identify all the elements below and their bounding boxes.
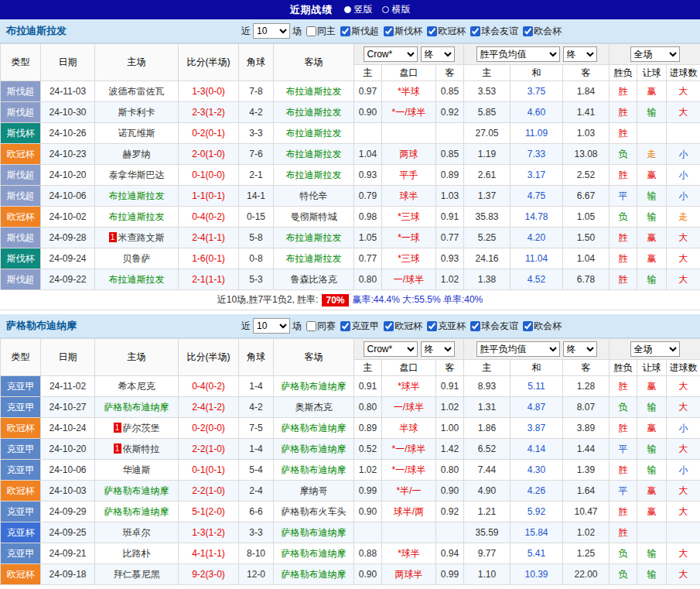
checkbox-input[interactable] [306, 26, 316, 36]
league-filter-checkbox[interactable]: 欧冠杯 [384, 320, 422, 333]
away-team[interactable]: 萨格勒布迪纳摩 [274, 564, 354, 585]
league-filter-checkbox[interactable]: 斯伐超 [340, 25, 379, 38]
team-link[interactable]: 波德布雷佐瓦 [109, 86, 165, 97]
team-link[interactable]: 萨格勒布迪纳摩 [282, 569, 347, 580]
team-name[interactable]: 布拉迪斯拉发 [0, 24, 241, 38]
league-filter-checkbox[interactable]: 同赛 [306, 320, 336, 333]
odds-time-select[interactable]: 终 [421, 341, 455, 357]
home-team[interactable]: 萨格勒布迪纳摩 [95, 502, 179, 522]
home-team[interactable]: 波德布雷佐瓦 [95, 81, 179, 102]
league-filter-checkbox[interactable]: 球会友谊 [470, 25, 518, 38]
away-team[interactable]: 特伦辛 [274, 186, 354, 207]
checkbox-input[interactable] [384, 26, 394, 36]
checkbox-input[interactable] [523, 26, 533, 36]
away-team[interactable]: 萨格勒布火车头 [274, 502, 354, 522]
bookmaker-select[interactable]: Crow* [364, 341, 418, 357]
away-team[interactable]: 布拉迪斯拉发 [274, 248, 354, 269]
team-link[interactable]: 布拉迪斯拉发 [286, 107, 342, 118]
radio-icon[interactable] [344, 6, 351, 13]
score-link[interactable]: 5-1(2-0) [179, 502, 239, 522]
home-team[interactable]: 1米查路文斯 [95, 228, 179, 248]
bookmaker-select[interactable]: Crow* [364, 46, 418, 62]
team-link[interactable]: 贝鲁萨 [123, 253, 151, 264]
team-link[interactable]: 希本尼克 [118, 381, 155, 392]
team-link[interactable]: 布拉迪斯拉发 [109, 211, 165, 222]
away-team[interactable]: 布拉迪斯拉发 [274, 165, 354, 186]
team-link[interactable]: 萨格勒布迪纳摩 [104, 402, 169, 413]
away-team[interactable]: 萨格勒布迪纳摩 [274, 522, 354, 543]
team-link[interactable]: 布拉迪斯拉发 [109, 190, 165, 201]
team-link[interactable]: 比路朴 [123, 548, 151, 559]
score-link[interactable]: 0-2(0-0) [179, 418, 239, 439]
away-team[interactable]: 萨格勒布迪纳摩 [274, 460, 354, 481]
home-team[interactable]: 华迪斯 [95, 460, 179, 481]
wdl-average-select[interactable]: 胜平负均值 [476, 46, 560, 62]
team-link[interactable]: 萨格勒布迪纳摩 [282, 464, 347, 475]
wdl-average-select[interactable]: 胜平负均值 [476, 341, 560, 357]
checkbox-input[interactable] [427, 321, 437, 331]
scope-select[interactable]: 全场 [630, 46, 680, 62]
score-link[interactable]: 0-1(0-1) [179, 460, 239, 481]
team-link[interactable]: 依斯特拉 [123, 443, 160, 454]
home-team[interactable]: 1依斯特拉 [95, 439, 179, 460]
home-team[interactable]: 1萨尔茨堡 [95, 418, 179, 439]
away-team[interactable]: 曼彻斯特城 [274, 207, 354, 228]
home-team[interactable]: 斯卡利卡 [95, 102, 179, 123]
league-filter-checkbox[interactable]: 克亚甲 [340, 320, 379, 333]
team-link[interactable]: 布拉迪斯拉发 [109, 274, 165, 285]
score-link[interactable]: 0-4(0-2) [179, 376, 239, 397]
team-link[interactable]: 萨格勒布迪纳摩 [282, 381, 347, 392]
match-count-select[interactable]: 10 [253, 23, 290, 39]
team-link[interactable]: 班卓尔 [123, 527, 151, 538]
away-team[interactable]: 布拉迪斯拉发 [274, 228, 354, 248]
checkbox-input[interactable] [427, 26, 437, 36]
checkbox-input[interactable] [523, 321, 533, 331]
away-team[interactable]: 布拉迪斯拉发 [274, 81, 354, 102]
home-team[interactable]: 泰拿华斯巴达 [95, 165, 179, 186]
checkbox-input[interactable] [306, 321, 316, 331]
score-link[interactable]: 2-3(1-2) [179, 102, 239, 123]
home-team[interactable]: 希本尼克 [95, 376, 179, 397]
view-mode-radio[interactable]: 横版 [382, 3, 411, 16]
team-link[interactable]: 诺瓦维斯 [118, 128, 155, 139]
league-filter-checkbox[interactable]: 欧冠杯 [427, 25, 466, 38]
home-team[interactable]: 班卓尔 [95, 522, 179, 543]
score-link[interactable]: 2-4(1-1) [179, 228, 239, 248]
score-link[interactable]: 0-1(0-0) [179, 165, 239, 186]
home-team[interactable]: 赫罗纳 [95, 144, 179, 165]
team-link[interactable]: 布拉迪斯拉发 [286, 253, 342, 264]
team-link[interactable]: 布拉迪斯拉发 [286, 86, 342, 97]
home-team[interactable]: 萨格勒布迪纳摩 [95, 481, 179, 502]
team-link[interactable]: 斯卡利卡 [118, 107, 155, 118]
home-team[interactable]: 布拉迪斯拉发 [95, 207, 179, 228]
team-link[interactable]: 拜仁慕尼黑 [114, 569, 160, 580]
odds-time-select[interactable]: 终 [421, 46, 455, 62]
league-filter-checkbox[interactable]: 欧会杯 [523, 25, 562, 38]
away-team[interactable]: 布拉迪斯拉发 [274, 123, 354, 144]
score-link[interactable]: 2-2(1-0) [179, 439, 239, 460]
home-team[interactable]: 贝鲁萨 [95, 248, 179, 269]
team-link[interactable]: 萨格勒布迪纳摩 [282, 527, 347, 538]
team-link[interactable]: 萨格勒布迪纳摩 [282, 548, 347, 559]
home-team[interactable]: 诺瓦维斯 [95, 123, 179, 144]
league-filter-checkbox[interactable]: 球会友谊 [470, 320, 518, 333]
checkbox-input[interactable] [470, 26, 480, 36]
score-link[interactable]: 2-1(1-1) [179, 269, 239, 290]
score-link[interactable]: 2-2(1-0) [179, 481, 239, 502]
away-team[interactable]: 萨格勒布迪纳摩 [274, 543, 354, 564]
away-team[interactable]: 布拉迪斯拉发 [274, 144, 354, 165]
team-name[interactable]: 萨格勒布迪纳摩 [0, 319, 241, 333]
away-team[interactable]: 布拉迪斯拉发 [274, 102, 354, 123]
home-team[interactable]: 比路朴 [95, 543, 179, 564]
team-link[interactable]: 布拉迪斯拉发 [286, 232, 342, 243]
checkbox-input[interactable] [340, 321, 350, 331]
team-link[interactable]: 赫罗纳 [123, 149, 151, 159]
league-filter-checkbox[interactable]: 克亚杯 [427, 320, 466, 333]
team-link[interactable]: 布拉迪斯拉发 [286, 149, 342, 159]
team-link[interactable]: 萨格勒布迪纳摩 [282, 443, 347, 454]
view-mode-radio[interactable]: 竖版 [344, 3, 373, 16]
away-team[interactable]: 奥斯杰克 [274, 397, 354, 418]
score-link[interactable]: 2-4(1-2) [179, 397, 239, 418]
checkbox-input[interactable] [340, 26, 350, 36]
away-team[interactable]: 萨格勒布迪纳摩 [274, 439, 354, 460]
